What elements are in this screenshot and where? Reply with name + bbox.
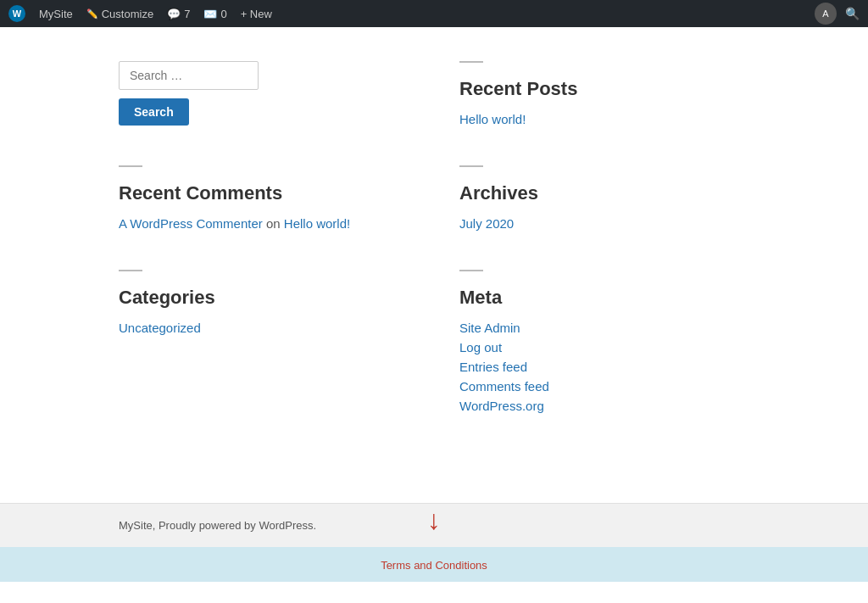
widget-grid-bottom: Categories Uncategorized Meta Site Admin… xyxy=(119,270,749,452)
red-arrow-icon: ↓ xyxy=(427,505,441,536)
comment-post-link[interactable]: Hello world! xyxy=(284,216,350,231)
wordpress-icon: W xyxy=(8,5,25,22)
terms-link[interactable]: Terms and Conditions xyxy=(381,559,487,572)
search-widget: Search xyxy=(119,61,409,131)
recent-comments-divider xyxy=(119,165,142,167)
recent-posts-divider xyxy=(459,61,483,63)
admin-bar-comments[interactable]: 💬 7 xyxy=(167,8,190,20)
category-uncategorized[interactable]: Uncategorized xyxy=(119,321,409,335)
admin-bar: W MySite ✏️ Customize 💬 7 ✉️ 0 + New A 🔍 xyxy=(0,0,868,27)
admin-bar-right: A 🔍 xyxy=(815,3,860,25)
admin-search-icon[interactable]: 🔍 xyxy=(845,7,860,20)
categories-divider xyxy=(119,270,142,271)
widget-grid-middle: Recent Comments A WordPress Commenter on… xyxy=(119,165,749,270)
admin-avatar[interactable]: A xyxy=(815,3,837,25)
page: Search Recent Posts Hello world! Recent … xyxy=(0,27,868,603)
commenter-link[interactable]: A WordPress Commenter xyxy=(119,216,263,231)
recent-comments-title: Recent Comments xyxy=(119,182,409,204)
search-button[interactable]: Search xyxy=(119,98,189,126)
admin-bar-wp-logo[interactable]: W xyxy=(8,5,25,22)
recent-comments-entry: A WordPress Commenter on Hello world! xyxy=(119,216,409,231)
recent-posts-title: Recent Posts xyxy=(459,78,749,100)
search-input[interactable] xyxy=(119,61,259,90)
archives-title: Archives xyxy=(459,182,749,204)
widget-grid-top: Search Recent Posts Hello world! xyxy=(119,61,749,165)
meta-wordpress-org[interactable]: WordPress.org xyxy=(459,399,749,413)
archive-july-2020[interactable]: July 2020 xyxy=(459,216,749,231)
meta-entries-feed[interactable]: Entries feed xyxy=(459,360,749,374)
meta-widget: Meta Site Admin Log out Entries feed Com… xyxy=(459,270,749,418)
main-content: Search Recent Posts Hello world! Recent … xyxy=(0,27,868,503)
archives-widget: Archives July 2020 xyxy=(459,165,749,236)
admin-bar-site-name[interactable]: MySite xyxy=(39,8,73,20)
recent-posts-widget: Recent Posts Hello world! xyxy=(459,61,749,131)
archives-divider xyxy=(459,165,483,167)
meta-site-admin[interactable]: Site Admin xyxy=(459,321,749,335)
admin-bar-customize[interactable]: ✏️ Customize xyxy=(86,8,153,20)
admin-bar-new[interactable]: + New xyxy=(241,8,272,20)
footer-bar: ↓ Terms and Conditions xyxy=(0,547,868,582)
recent-comments-widget: Recent Comments A WordPress Commenter on… xyxy=(119,165,409,236)
admin-bar-messages[interactable]: ✉️ 0 xyxy=(203,8,226,20)
categories-widget: Categories Uncategorized xyxy=(119,270,409,418)
meta-divider xyxy=(459,270,483,271)
recent-post-hello-world[interactable]: Hello world! xyxy=(459,112,749,126)
meta-title: Meta xyxy=(459,287,749,309)
meta-comments-feed[interactable]: Comments feed xyxy=(459,379,749,394)
meta-log-out[interactable]: Log out xyxy=(459,340,749,355)
categories-title: Categories xyxy=(119,287,409,309)
